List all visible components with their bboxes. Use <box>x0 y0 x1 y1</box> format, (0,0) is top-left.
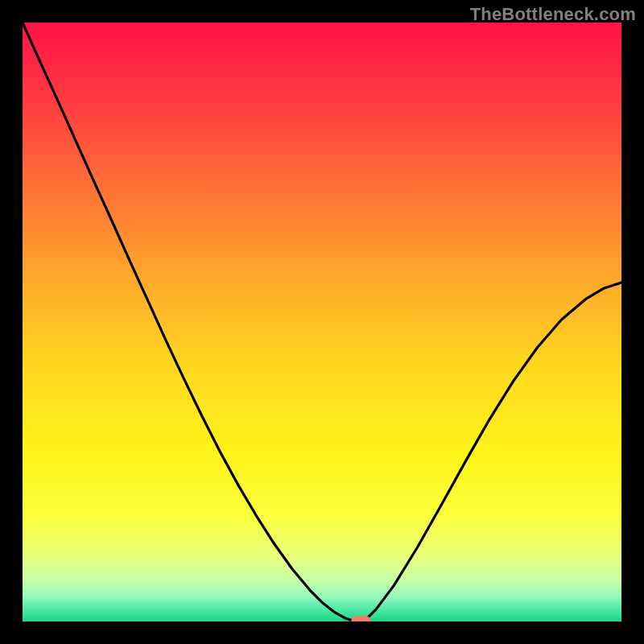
attribution-label: TheBottleneck.com <box>470 4 636 25</box>
chart-canvas <box>0 0 644 644</box>
plot-background <box>23 23 621 621</box>
bottleneck-chart: TheBottleneck.com <box>0 0 644 644</box>
